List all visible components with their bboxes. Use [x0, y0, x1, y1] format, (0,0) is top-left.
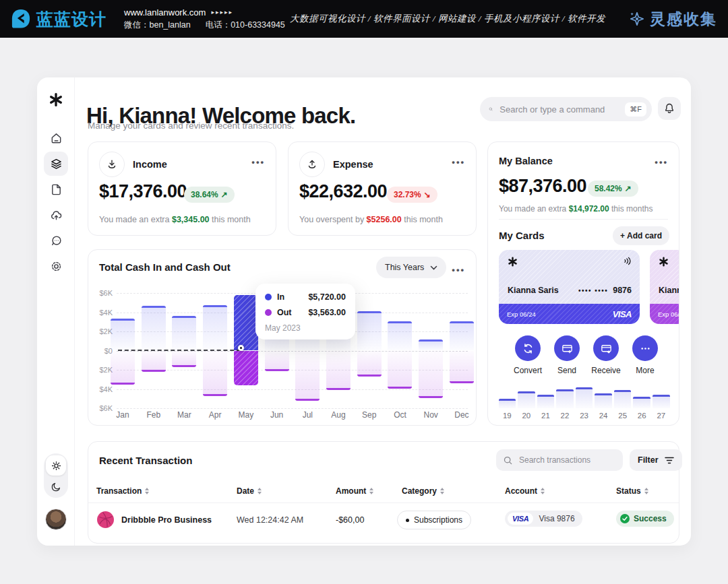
bar-out-feb[interactable]: [142, 351, 166, 372]
expense-menu-button[interactable]: [452, 157, 465, 167]
balance-amount: $87,376.00: [499, 176, 586, 197]
bar-in-apr[interactable]: [203, 305, 227, 350]
bar-in-sep[interactable]: [357, 311, 382, 350]
card-expiry: Exp 06/24: [507, 311, 536, 318]
filter-button[interactable]: Filter: [630, 449, 682, 471]
mini-chart-column: 21: [536, 377, 555, 420]
category-badge: Subscriptions: [397, 511, 471, 529]
sidebar-item-dashboard[interactable]: [44, 152, 68, 176]
zero-baseline: [118, 350, 241, 351]
bar-out-oct[interactable]: [388, 351, 412, 389]
expense-card: Expense $22,632.00 32.73%↘ You overspent…: [288, 141, 477, 236]
receive-card-icon: [600, 342, 613, 355]
light-mode-button[interactable]: [46, 455, 66, 476]
column-header-account[interactable]: Account: [505, 486, 545, 496]
sidebar-item-cloud[interactable]: [44, 203, 68, 227]
column-header-date[interactable]: Date: [237, 486, 262, 496]
card-brand-logo-icon: [508, 257, 518, 267]
x-tick-label: Dec: [450, 410, 474, 420]
bar-in-jan[interactable]: [111, 319, 135, 350]
balance-change-badge: 58.42%↗: [588, 181, 638, 197]
inspiration-collect[interactable]: 灵感收集: [628, 9, 717, 30]
home-icon: [50, 132, 63, 145]
global-search[interactable]: ⌘F: [480, 97, 652, 121]
transaction-amount: -$60,00: [336, 515, 364, 525]
receive-button[interactable]: Receive: [586, 335, 626, 375]
my-cards-title: My Cards: [499, 230, 545, 241]
sort-icon: [257, 488, 262, 494]
add-card-button[interactable]: + Add card: [613, 226, 669, 245]
app-logo-icon[interactable]: [49, 92, 63, 107]
x-tick-label: Jan: [111, 410, 135, 420]
income-menu-button[interactable]: [251, 157, 265, 167]
transaction-date: Wed 12:24:42 AM: [237, 515, 303, 525]
column-header-transaction[interactable]: Transaction: [96, 486, 149, 496]
bar-in-dec[interactable]: [450, 321, 474, 350]
bar-in-oct[interactable]: [388, 321, 412, 350]
cashflow-card: Total Cash In and Cash Out This Years $6…: [88, 249, 477, 426]
transactions-search-input[interactable]: [518, 455, 616, 465]
balance-label: My Balance: [499, 156, 553, 166]
search-input[interactable]: [498, 104, 619, 115]
bar-out-apr[interactable]: [203, 351, 227, 396]
bar-out-nov[interactable]: [419, 351, 443, 398]
out-series-dot: [265, 309, 272, 316]
bar-out-aug[interactable]: [326, 351, 351, 390]
credit-card-2[interactable]: Kianna Exp 06/2: [650, 250, 679, 324]
sidebar-item-messages[interactable]: [44, 228, 68, 253]
check-circle-icon: [620, 514, 630, 523]
hover-marker: [238, 345, 244, 351]
trend-up-icon: ↗: [625, 184, 632, 193]
transactions-card: Recent Transaction Filter Transaction Da…: [88, 441, 679, 544]
card-holder-name: Kianna Saris: [508, 286, 559, 295]
send-button[interactable]: Send: [547, 335, 586, 375]
category-dot-icon: [406, 519, 409, 522]
sort-icon: [541, 488, 545, 494]
column-header-amount[interactable]: Amount: [336, 486, 373, 496]
in-series-dot: [265, 294, 272, 300]
bar-in-nov[interactable]: [419, 339, 443, 350]
bar-out-mar[interactable]: [172, 351, 196, 367]
more-button[interactable]: More: [626, 335, 665, 375]
search-icon: [503, 455, 513, 465]
sidebar-item-settings[interactable]: [44, 254, 68, 278]
trend-down-icon: ↘: [424, 190, 431, 199]
income-label: Income: [133, 159, 167, 170]
banner-services: 大数据可视化设计 / 软件界面设计 / 网站建设 / 手机及小程序设计 / 软件…: [290, 13, 605, 25]
bar-out-jun[interactable]: [265, 351, 289, 371]
bar-out-jan[interactable]: [111, 351, 135, 385]
mini-tick-label: 23: [580, 412, 588, 420]
tooltip-period: May 2023: [265, 323, 346, 333]
bar-out-jul[interactable]: [295, 351, 320, 401]
sort-icon: [145, 488, 149, 494]
bar-out-dec[interactable]: [450, 351, 474, 383]
bar-out-may[interactable]: [234, 351, 258, 385]
trend-up-icon: ↗: [221, 190, 228, 199]
bar-in-feb[interactable]: [142, 306, 166, 350]
more-dots-icon: [639, 342, 652, 355]
balance-menu-button[interactable]: [655, 157, 668, 167]
convert-button[interactable]: Convert: [508, 335, 547, 375]
bar-in-mar[interactable]: [172, 316, 196, 350]
column-header-status[interactable]: Status: [616, 486, 648, 496]
column-header-category[interactable]: Category: [402, 486, 444, 496]
credit-card-1[interactable]: Kianna Saris •••• •••• 9876 Exp 06/24 VI…: [499, 250, 640, 324]
bar-in-may[interactable]: [234, 295, 258, 350]
bar-out-sep[interactable]: [357, 351, 382, 377]
visa-logo: VISA: [613, 309, 632, 319]
page-subtitle: Manage your cards and review recent tran…: [88, 121, 294, 131]
lanlan-logo[interactable]: 蓝蓝设计: [11, 8, 107, 30]
transaction-name[interactable]: Dribbble Pro Business: [121, 515, 212, 525]
banner-website[interactable]: www.lanlanwork.com: [124, 7, 206, 18]
transactions-search[interactable]: [496, 449, 623, 471]
notifications-button[interactable]: [658, 97, 681, 120]
mini-tick-label: 27: [657, 412, 665, 420]
sidebar-item-home[interactable]: [44, 126, 68, 150]
income-amount: $17,376.00: [99, 181, 187, 202]
dark-mode-button[interactable]: [46, 476, 66, 496]
user-avatar[interactable]: [45, 509, 67, 530]
convert-icon: [522, 342, 535, 355]
x-tick-label: Apr: [203, 410, 227, 420]
sidebar-item-documents[interactable]: [44, 177, 68, 201]
mini-tick-label: 25: [618, 412, 627, 420]
